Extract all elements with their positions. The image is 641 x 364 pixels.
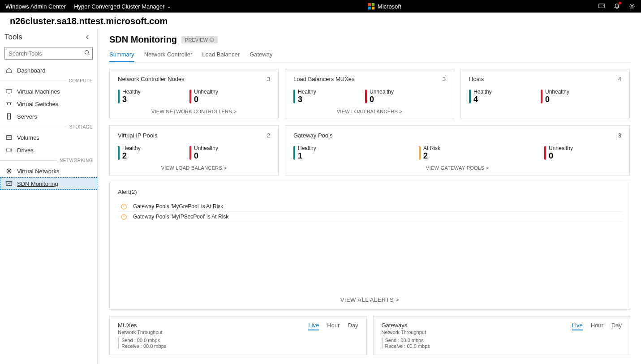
tab-summary[interactable]: Summary <box>109 48 134 62</box>
card-title: Load Balancers MUXes <box>293 76 355 82</box>
sidebar: Tools Dashboard COMPUTE Virtual Machines <box>0 29 98 364</box>
sidebar-item-virtual-machines[interactable]: Virtual Machines <box>0 85 97 98</box>
tp-send: Send : 00.0 mbps <box>118 338 358 343</box>
svg-point-6 <box>85 51 89 54</box>
preview-badge: PREVIEW <box>181 36 218 43</box>
notifications-icon[interactable] <box>613 3 620 10</box>
stat-healthy: Healthy1 <box>293 145 338 161</box>
tp-tab-live[interactable]: Live <box>308 322 319 330</box>
sidebar-item-label: Volumes <box>17 134 39 141</box>
tp-subtitle: Network Throughput <box>118 330 162 335</box>
alert-row[interactable]: Gateway Pools 'MyGrePool' is At Risk <box>118 201 622 212</box>
brand-label[interactable]: Windows Admin Center <box>5 3 66 10</box>
card-count: 3 <box>267 76 270 82</box>
alert-row[interactable]: Gateway Pools 'MyIPSecPool' is At Risk <box>118 212 622 222</box>
view-load-balancers-link-2[interactable]: VIEW LOAD BALANCERS > <box>118 165 270 171</box>
card-count: 2 <box>267 132 270 139</box>
chevron-down-icon: ⌄ <box>167 4 171 9</box>
volume-icon <box>5 134 13 141</box>
card-title: Virtual IP Pools <box>118 132 157 139</box>
svg-rect-2 <box>368 7 371 9</box>
tab-gateway[interactable]: Gateway <box>250 48 272 62</box>
stat-unhealthy: Unhealthy0 <box>365 89 410 104</box>
card-count: 3 <box>618 132 621 139</box>
home-icon <box>5 67 13 74</box>
switch-icon <box>5 100 13 107</box>
sidebar-section-compute: COMPUTE <box>0 77 97 85</box>
view-all-alerts-link[interactable]: VIEW ALL ALERTS > <box>118 296 622 303</box>
svg-point-5 <box>631 5 633 7</box>
connection-title: n26cluster.sa18.nttest.microsoft.com <box>10 16 631 26</box>
settings-icon[interactable] <box>628 3 636 10</box>
svg-rect-3 <box>372 7 374 9</box>
alert-text: Gateway Pools 'MyGrePool' is At Risk <box>133 203 223 210</box>
alerts-card: Alert(2) Gateway Pools 'MyGrePool' is At… <box>109 182 630 310</box>
tp-tab-hour[interactable]: Hour <box>327 322 340 330</box>
stat-healthy: Healthy3 <box>118 89 163 104</box>
sidebar-item-virtual-switches[interactable]: Virtual Switches <box>0 98 97 110</box>
tp-receive: Receive : 00.0 mbps <box>118 343 358 349</box>
svg-point-11 <box>10 150 11 150</box>
main-content: SDN Monitoring PREVIEW Summary Network C… <box>98 29 641 364</box>
view-network-controllers-link[interactable]: VIEW NETWORK CONTROLLERS > <box>118 109 270 114</box>
sidebar-item-drives[interactable]: Drives <box>0 144 97 156</box>
sidebar-item-label: Dashboard <box>17 67 46 74</box>
tp-receive: Receive : 00.0 mbps <box>382 343 622 349</box>
view-load-balancers-link[interactable]: VIEW LOAD BALANCERS > <box>293 109 446 114</box>
context-dropdown[interactable]: Hyper-Converged Cluster Manager ⌄ <box>74 3 171 10</box>
sidebar-item-servers[interactable]: Servers <box>0 110 97 123</box>
tp-send: Send : 00.0 mbps <box>382 338 622 343</box>
tp-title: Gateways <box>382 322 426 329</box>
time-range-tabs: Live Hour Day <box>572 322 622 330</box>
sidebar-item-sdn-monitoring[interactable]: SDN Monitoring <box>0 177 97 190</box>
svg-rect-12 <box>6 182 12 186</box>
context-label: Hyper-Converged Cluster Manager <box>74 3 164 10</box>
sidebar-title: Tools <box>4 33 22 42</box>
notification-dot-icon <box>619 2 621 4</box>
svg-rect-1 <box>372 3 374 6</box>
stat-healthy: Healthy3 <box>293 89 338 104</box>
stat-healthy: Healthy2 <box>118 145 163 161</box>
feedback-icon[interactable] <box>598 3 605 10</box>
server-icon <box>5 113 13 120</box>
stat-unhealthy: Unhealthy0 <box>189 145 234 161</box>
search-input[interactable] <box>4 47 93 60</box>
card-title: Hosts <box>469 76 484 82</box>
card-title: Network Controller Nodes <box>118 76 185 82</box>
alert-text: Gateway Pools 'MyIPSecPool' is At Risk <box>133 214 228 220</box>
sdn-icon <box>5 180 13 187</box>
stat-unhealthy: Unhealthy0 <box>544 145 589 161</box>
tp-tab-day[interactable]: Day <box>348 322 358 330</box>
sidebar-item-label: Servers <box>17 113 37 120</box>
tabs: Summary Network Controller Load Balancer… <box>109 48 630 63</box>
sidebar-item-volumes[interactable]: Volumes <box>0 131 97 144</box>
svg-rect-4 <box>599 4 604 8</box>
tp-tab-live[interactable]: Live <box>572 322 583 330</box>
stat-unhealthy: Unhealthy0 <box>541 89 585 104</box>
microsoft-logo-icon <box>368 3 375 10</box>
stat-healthy: Healthy4 <box>469 89 514 104</box>
tp-tab-day[interactable]: Day <box>611 322 622 330</box>
sidebar-item-label: SDN Monitoring <box>17 180 58 187</box>
search-icon <box>84 50 90 57</box>
tp-subtitle: Network Throughput <box>382 330 426 335</box>
breadcrumb: n26cluster.sa18.nttest.microsoft.com <box>0 13 641 29</box>
svg-rect-8 <box>8 114 11 119</box>
time-range-tabs: Live Hour Day <box>308 322 358 330</box>
collapse-sidebar-button[interactable] <box>82 32 93 43</box>
virtnet-icon <box>5 167 13 175</box>
card-network-controller-nodes: Network Controller Nodes3 Healthy3 Unhea… <box>109 69 279 119</box>
warning-icon <box>120 203 127 210</box>
throughput-gateways-card: Gateways Network Throughput Live Hour Da… <box>373 316 631 355</box>
drive-icon <box>5 146 13 154</box>
tab-network-controller[interactable]: Network Controller <box>144 48 193 62</box>
view-gateway-pools-link[interactable]: VIEW GATEWAY POOLS > <box>293 165 621 171</box>
card-gateway-pools: Gateway Pools3 Healthy1 At Risk2 Unhealt… <box>285 125 630 176</box>
card-title: Gateway Pools <box>293 132 332 139</box>
stat-unhealthy: Unhealthy0 <box>189 89 234 104</box>
sidebar-item-virtual-networks[interactable]: Virtual Networks <box>0 165 97 177</box>
tab-load-balancer[interactable]: Load Balancer <box>202 48 240 62</box>
microsoft-label: Microsoft <box>378 3 401 10</box>
tp-tab-hour[interactable]: Hour <box>591 322 603 330</box>
sidebar-item-dashboard[interactable]: Dashboard <box>0 64 97 77</box>
